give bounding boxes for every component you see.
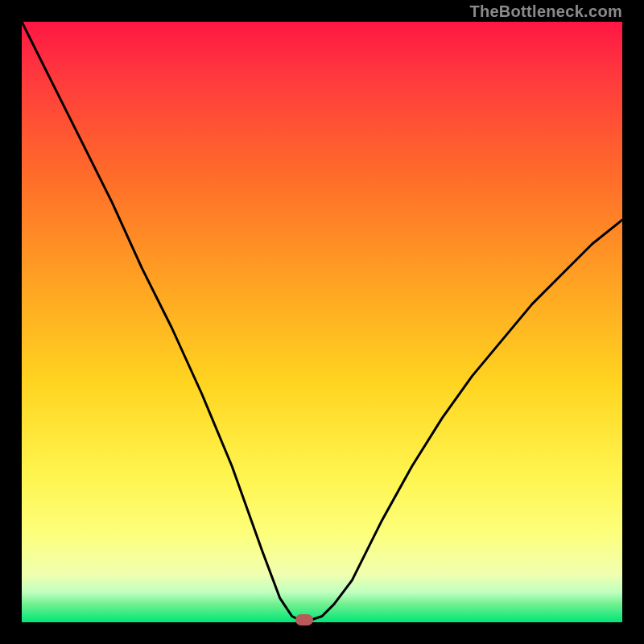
optimal-marker (295, 614, 313, 625)
watermark-text: TheBottleneck.com (469, 2, 622, 21)
chart-frame: TheBottleneck.com (0, 0, 644, 644)
bottleneck-curve (22, 22, 622, 622)
curve-svg (22, 22, 622, 622)
plot-area (22, 22, 622, 622)
